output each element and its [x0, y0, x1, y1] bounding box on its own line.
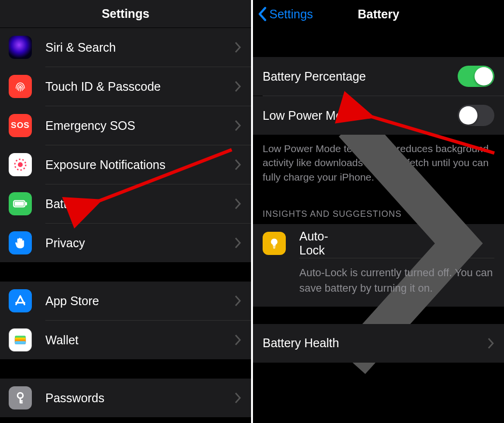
appstore-icon [9, 289, 32, 312]
row-emergency-sos[interactable]: SOS Emergency SOS [0, 106, 251, 145]
chevron-right-icon [235, 392, 241, 404]
header-spacer [253, 28, 504, 57]
chevron-right-icon [235, 159, 241, 170]
toggle-battery-percentage[interactable] [458, 66, 494, 87]
row-label: Emergency SOS [45, 119, 235, 133]
chevron-right-icon [235, 120, 241, 131]
auto-lock-body: Auto-Lock Auto-Lock is currently turned … [299, 232, 494, 307]
row-low-power-mode[interactable]: Low Power Mode [253, 96, 504, 135]
svg-point-0 [15, 42, 26, 53]
back-label: Settings [269, 7, 313, 21]
svg-rect-10 [15, 341, 26, 344]
chevron-right-icon [235, 295, 241, 307]
row-label: Touch ID & Passcode [45, 80, 235, 94]
svg-rect-13 [273, 247, 275, 248]
settings-title: Settings [102, 7, 150, 21]
sos-icon: SOS [9, 114, 32, 137]
settings-header: Settings [0, 0, 251, 28]
row-battery[interactable]: Battery [0, 184, 251, 223]
row-auto-lock-suggestion[interactable]: Auto-Lock Auto-Lock is currently turned … [253, 224, 504, 307]
row-label: Privacy [45, 236, 235, 250]
chevron-right-icon [235, 81, 241, 92]
battery-switch-group: Battery Percentage Low Power Mode [253, 57, 504, 135]
battery-header: Settings Battery [253, 0, 504, 28]
chevron-right-icon [488, 338, 494, 349]
row-label: Battery Health [263, 336, 488, 350]
row-passwords[interactable]: Passwords [0, 379, 251, 417]
settings-group-3: Passwords [0, 379, 251, 417]
row-touch-id[interactable]: Touch ID & Passcode [0, 67, 251, 106]
svg-rect-4 [26, 202, 27, 205]
row-exposure-notifications[interactable]: Exposure Notifications [0, 145, 251, 184]
battery-icon [9, 192, 32, 215]
chevron-right-icon [235, 237, 241, 249]
svg-rect-14 [273, 248, 275, 249]
fingerprint-icon [9, 75, 32, 98]
row-label: Wallet [45, 333, 235, 347]
settings-group-1: Siri & Search Touch ID & Passcode SOS Em… [0, 28, 251, 262]
settings-group-2: App Store Wallet [0, 282, 251, 359]
svg-rect-5 [14, 202, 24, 206]
row-label: App Store [45, 294, 235, 308]
key-icon [9, 386, 32, 409]
row-label: Low Power Mode [263, 109, 458, 123]
row-label: Battery [45, 197, 235, 211]
row-app-store[interactable]: App Store [0, 282, 251, 320]
lightbulb-icon [263, 232, 286, 255]
chevron-right-icon [235, 42, 241, 53]
row-label: Battery Percentage [263, 70, 458, 84]
exposure-icon [9, 153, 32, 176]
hand-icon [9, 231, 32, 254]
settings-panel: Settings Siri & Search Touch ID & Passco… [0, 0, 251, 423]
row-battery-percentage[interactable]: Battery Percentage [253, 57, 504, 96]
chevron-left-icon [258, 7, 266, 21]
group-spacer [0, 359, 251, 379]
row-battery-health[interactable]: Battery Health [253, 324, 504, 363]
back-button[interactable]: Settings [258, 7, 313, 21]
chevron-right-icon [235, 198, 241, 210]
chevron-right-icon [235, 334, 241, 346]
siri-icon [9, 36, 32, 59]
battery-panel: Settings Battery Battery Percentage Low … [253, 0, 504, 423]
svg-point-2 [18, 162, 23, 167]
row-label: Passwords [45, 391, 235, 405]
group-spacer [0, 262, 251, 282]
row-siri-search[interactable]: Siri & Search [0, 28, 251, 67]
row-wallet[interactable]: Wallet [0, 321, 251, 359]
toggle-low-power-mode[interactable] [458, 105, 494, 126]
row-privacy[interactable]: Privacy [0, 224, 251, 262]
row-label: Exposure Notifications [45, 158, 235, 172]
wallet-icon [9, 328, 32, 352]
auto-lock-title: Auto-Lock [299, 229, 328, 257]
row-label: Siri & Search [45, 41, 235, 55]
